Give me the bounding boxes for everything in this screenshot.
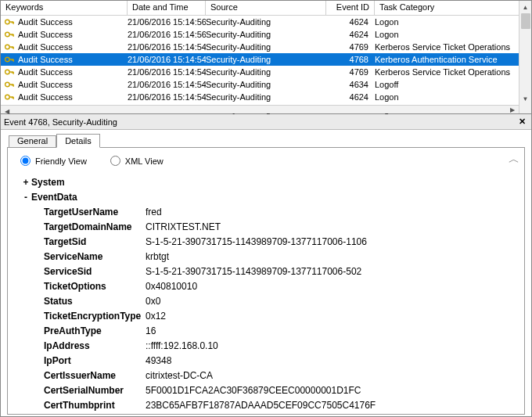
radio-xml-view-label: XML View [125,156,164,166]
eventdata-field: CertThumbprint23BC65AFB7F18787ADAAAD5CEF… [44,398,516,413]
close-icon[interactable]: ✕ [516,117,528,127]
eventdata-field: ServiceSidS-1-5-21-390731715-1143989709-… [44,264,516,279]
eventdata-field: TargetUserNamefred [44,205,516,220]
scroll-right-arrow-icon[interactable]: ▶ [506,106,519,113]
eventdata-key: TargetUserName [44,205,144,220]
table-row[interactable]: Audit Success21/06/2016 15:14:54Security… [1,41,531,53]
table-row[interactable]: Audit Success21/06/2016 15:14:54Security… [1,91,531,103]
column-header-datetime[interactable]: Date and Time [128,1,206,15]
svg-point-3 [5,57,10,62]
cell-source: Security-Auditing [206,28,326,41]
tab-general[interactable]: General [9,135,56,148]
scroll-left-arrow-icon[interactable]: ◀ [1,108,13,116]
detail-title-bar: Event 4768, Security-Auditing ✕ [1,114,531,130]
scroll-down-arrow-icon[interactable]: ▼ [519,92,531,105]
cell-eventid: 4624 [326,91,375,103]
horizontal-scrollbar[interactable]: ◀ ▶ [1,105,519,113]
cell-eventid: 4624 [326,16,375,28]
eventdata-value: S-1-5-21-390731715-1143989709-1377117006… [146,235,367,250]
cell-keywords: Audit Success [18,41,73,53]
eventdata-field: ServiceNamekrbtgt [44,250,516,264]
column-header-keywords[interactable]: Keywords [1,1,128,15]
eventdata-key: CertThumbprint [44,398,144,413]
eventdata-value: krbtgt [146,250,169,264]
cell-eventid: 4769 [326,66,375,78]
cell-datetime: 21/06/2016 15:14:54 [128,91,206,103]
eventdata-key: IpPort [44,354,144,368]
tree-node-system-label: System [31,175,65,190]
eventdata-value: 49348 [146,354,171,368]
tree-node-system[interactable]: + System [20,175,516,190]
cell-taskcategory: Logon [375,28,531,41]
key-icon [4,16,15,27]
eventdata-field: TargetSidS-1-5-21-390731715-1143989709-1… [44,235,516,250]
svg-point-0 [5,20,10,24]
cell-eventid: 4624 [326,28,375,41]
column-header-eventid[interactable]: Event ID [326,1,375,15]
key-icon [4,54,15,65]
table-row[interactable]: Audit Success21/06/2016 15:14:56Security… [1,28,531,41]
cell-eventid: 4634 [326,78,375,91]
table-row[interactable]: Audit Success21/06/2016 15:14:56Security… [1,16,531,28]
svg-point-4 [5,70,10,74]
cell-eventid: 4768 [326,53,375,66]
eventdata-field: CertIssuerNamecitrixtest-DC-CA [44,368,516,383]
eventdata-key: ServiceName [44,250,144,264]
eventdata-field: CertSerialNumber5F0001D1FCA2AC30F36879CE… [44,383,516,398]
eventdata-key: TicketEncryptionType [44,309,144,324]
eventdata-key: TargetDomainName [44,220,144,235]
eventdata-key: CertSerialNumber [44,383,144,398]
tree-collapse-icon[interactable]: - [20,190,31,205]
scrollbar-thumb[interactable] [521,13,530,29]
radio-friendly-view-input[interactable] [20,156,31,166]
cell-datetime: 21/06/2016 15:14:56 [128,16,206,28]
radio-xml-view[interactable]: XML View [110,156,164,166]
radio-friendly-view-label: Friendly View [35,156,87,166]
eventdata-key: Status [44,294,144,309]
svg-point-2 [5,45,10,49]
tree-expand-icon[interactable]: + [20,175,31,190]
eventdata-value: 23BC65AFB7F18787ADAAAD5CEF09CC7505C4176F [146,398,376,413]
cell-source: Security-Auditing [206,16,326,28]
column-header-taskcategory[interactable]: Task Category [375,1,531,15]
cell-keywords: Audit Success [18,66,73,78]
radio-xml-view-input[interactable] [110,156,120,166]
key-icon [4,41,15,52]
event-tree: + System - EventData TargetUserNamefredT… [20,175,516,413]
eventdata-field: TicketOptions0x40810010 [44,279,516,294]
radio-friendly-view[interactable]: Friendly View [20,156,87,166]
eventdata-value: 0x40810010 [146,279,197,294]
event-list: Keywords Date and Time Source Event ID T… [1,1,531,114]
eventdata-value: 16 [146,324,156,339]
cell-keywords: Audit Success [18,16,73,28]
eventdata-value: citrixtest-DC-CA [146,368,213,383]
event-list-body[interactable]: Audit Success21/06/2016 15:14:56Security… [1,16,531,114]
tree-node-eventdata[interactable]: - EventData [20,190,516,205]
key-icon [4,67,15,77]
cell-datetime: 21/06/2016 15:14:54 [128,78,206,91]
svg-point-6 [5,95,10,99]
svg-point-1 [5,32,10,37]
cell-taskcategory: Logon [375,91,531,103]
tab-details[interactable]: Details [56,134,100,148]
detail-title: Event 4768, Security-Auditing [4,117,516,127]
cell-datetime: 21/06/2016 15:14:54 [128,66,206,78]
cell-keywords: Audit Success [18,91,73,103]
cell-taskcategory: Kerberos Service Ticket Operations [375,41,531,53]
svg-point-5 [5,82,10,87]
eventdata-key: PreAuthType [44,324,144,339]
tree-node-eventdata-label: EventData [31,190,77,205]
table-row[interactable]: Audit Success21/06/2016 15:14:54Security… [1,66,531,78]
scroll-up-chevron-icon[interactable]: ︿ [509,153,519,167]
column-header-source[interactable]: Source [206,1,326,15]
vertical-scrollbar[interactable]: ▲ ▼ [519,1,531,113]
table-row[interactable]: Audit Success21/06/2016 15:14:54Security… [1,53,531,66]
eventdata-value: 0x0 [146,294,160,309]
cell-datetime: 21/06/2016 15:14:54 [128,53,206,66]
key-icon [4,79,15,90]
eventdata-value: 0x12 [146,309,166,324]
scroll-up-arrow-icon[interactable]: ▲ [519,1,531,13]
eventdata-field: PreAuthType16 [44,324,516,339]
cell-source: Security-Auditing [206,53,326,66]
table-row[interactable]: Audit Success21/06/2016 15:14:54Security… [1,78,531,91]
